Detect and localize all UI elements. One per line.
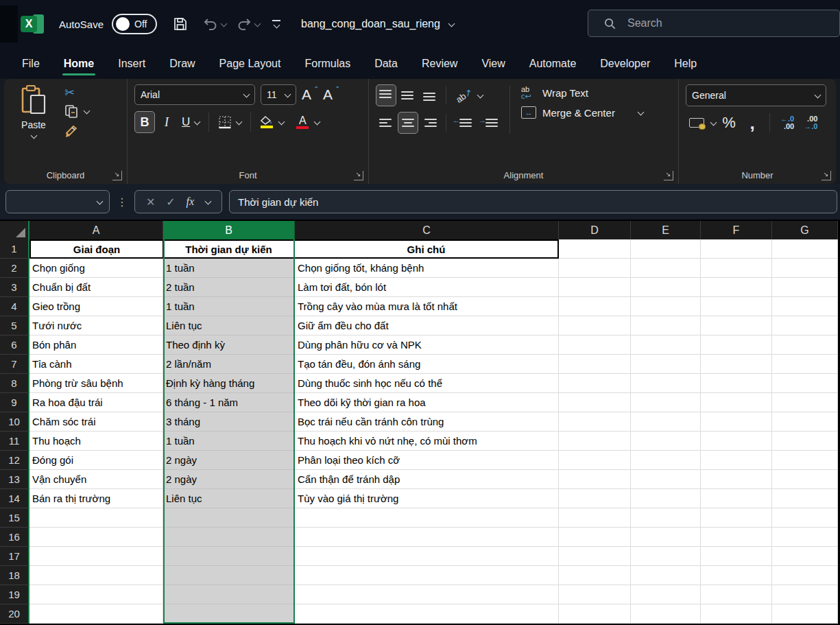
cell-B6[interactable]: Theo định kỳ: [163, 335, 295, 355]
cell-G5[interactable]: [772, 316, 838, 335]
wrap-text-button[interactable]: ab c↩ Wrap Text: [521, 86, 643, 99]
increase-indent-button[interactable]: →: [478, 112, 503, 134]
row-header-4[interactable]: 4: [0, 297, 29, 316]
tab-file[interactable]: File: [21, 55, 41, 73]
formula-enter-button[interactable]: ✓: [166, 196, 175, 209]
cell-C3[interactable]: Làm tơi đất, bón lót: [295, 278, 559, 297]
column-header-B[interactable]: B: [163, 221, 295, 239]
cell-F12[interactable]: [701, 451, 772, 470]
undo-button[interactable]: [202, 16, 226, 32]
cell-C18[interactable]: [295, 566, 559, 585]
cell-G3[interactable]: [772, 278, 838, 297]
cell-E5[interactable]: [631, 316, 701, 335]
accounting-dropdown-icon[interactable]: [710, 120, 716, 126]
accounting-format-button[interactable]: [686, 112, 708, 134]
tab-insert[interactable]: Insert: [117, 55, 147, 73]
cell-E19[interactable]: [631, 585, 701, 604]
cell-G1[interactable]: [772, 239, 838, 259]
cell-C6[interactable]: Dùng phân hữu cơ và NPK: [295, 335, 559, 355]
paste-dropdown-icon[interactable]: [31, 133, 36, 139]
row-header-18[interactable]: 18: [0, 566, 29, 585]
cell-E16[interactable]: [631, 528, 701, 547]
row-header-17[interactable]: 17: [0, 547, 29, 566]
row-header-6[interactable]: 6: [0, 335, 29, 355]
cell-D14[interactable]: [559, 489, 631, 508]
cell-B5[interactable]: Liên tục: [163, 316, 295, 335]
cell-A8[interactable]: Phòng trừ sâu bệnh: [29, 374, 163, 393]
cell-D9[interactable]: [559, 393, 631, 412]
cell-D5[interactable]: [559, 316, 631, 335]
row-header-2[interactable]: 2: [0, 259, 29, 278]
cell-E10[interactable]: [631, 412, 701, 432]
alignment-dialog-launcher[interactable]: ↘: [664, 171, 673, 180]
cell-B1[interactable]: Thời gian dự kiến: [163, 239, 295, 259]
font-name-select[interactable]: Arial: [134, 84, 255, 105]
align-bottom-button[interactable]: [420, 84, 440, 106]
cell-G4[interactable]: [772, 297, 838, 316]
increase-decimal-button[interactable]: ←.0 .00: [777, 112, 797, 134]
row-header-20[interactable]: 20: [0, 604, 29, 624]
cell-B3[interactable]: 2 tuần: [163, 278, 295, 297]
cell-G8[interactable]: [772, 374, 838, 393]
comma-style-button[interactable]: ,: [742, 112, 763, 134]
cell-F20[interactable]: [701, 604, 772, 624]
cell-A9[interactable]: Ra hoa đậu trái: [29, 393, 163, 412]
cell-D13[interactable]: [559, 470, 631, 489]
cell-A1[interactable]: Giai đoạn: [29, 239, 163, 259]
cell-B13[interactable]: 2 ngày: [163, 470, 295, 489]
cell-C8[interactable]: Dùng thuốc sinh học nếu có thể: [295, 374, 559, 393]
cell-C13[interactable]: Cẩn thận để tránh dập: [295, 470, 559, 489]
merge-center-dropdown-icon[interactable]: [638, 110, 643, 115]
cell-C1[interactable]: Ghi chú: [295, 239, 559, 259]
column-header-F[interactable]: F: [701, 221, 772, 239]
cell-F7[interactable]: [701, 355, 772, 374]
cell-F15[interactable]: [701, 508, 772, 528]
cell-D20[interactable]: [559, 604, 631, 624]
cell-F19[interactable]: [701, 585, 772, 604]
borders-dropdown-icon[interactable]: [236, 119, 241, 125]
cell-D19[interactable]: [559, 585, 631, 604]
cell-F11[interactable]: [701, 432, 772, 451]
cell-E7[interactable]: [631, 355, 701, 374]
cell-E11[interactable]: [631, 432, 701, 451]
cell-D17[interactable]: [559, 547, 631, 566]
tab-help[interactable]: Help: [673, 55, 698, 73]
cell-D16[interactable]: [559, 528, 631, 547]
formula-input[interactable]: Thời gian dự kiến: [229, 190, 837, 213]
column-header-C[interactable]: C: [295, 221, 559, 239]
cell-G6[interactable]: [772, 335, 838, 355]
cell-B15[interactable]: [163, 508, 295, 528]
save-button[interactable]: [172, 16, 189, 32]
column-header-G[interactable]: G: [772, 221, 838, 239]
cell-A11[interactable]: Thu hoạch: [29, 432, 163, 451]
tab-view[interactable]: View: [480, 55, 506, 73]
cell-E8[interactable]: [631, 374, 701, 393]
font-size-select[interactable]: 11: [261, 84, 296, 105]
cell-D18[interactable]: [559, 566, 631, 585]
cell-D7[interactable]: [559, 355, 631, 374]
row-header-14[interactable]: 14: [0, 489, 29, 508]
row-header-16[interactable]: 16: [0, 528, 29, 547]
cell-A15[interactable]: [29, 508, 163, 528]
shrink-font-button[interactable]: Aˇ: [323, 86, 339, 103]
cell-E9[interactable]: [631, 393, 701, 412]
cell-E20[interactable]: [631, 604, 701, 624]
cell-C7[interactable]: Tạo tán đều, đón ánh sáng: [295, 355, 559, 374]
align-right-button[interactable]: [420, 112, 440, 134]
excel-logo[interactable]: X: [21, 12, 44, 36]
cell-C4[interactable]: Trồng cây vào mùa mưa là tốt nhất: [295, 297, 559, 316]
cell-G12[interactable]: [772, 451, 838, 470]
cell-D11[interactable]: [559, 432, 631, 451]
cell-C2[interactable]: Chọn giống tốt, kháng bệnh: [295, 259, 559, 278]
cell-D1[interactable]: [559, 239, 631, 259]
cell-G9[interactable]: [772, 393, 838, 412]
cell-A18[interactable]: [29, 566, 163, 585]
cell-D15[interactable]: [559, 508, 631, 528]
row-header-15[interactable]: 15: [0, 508, 29, 528]
cell-A12[interactable]: Đóng gói: [29, 451, 163, 470]
align-left-button[interactable]: [376, 112, 396, 134]
cell-A16[interactable]: [29, 528, 163, 547]
row-header-1[interactable]: 1: [0, 239, 29, 259]
name-box[interactable]: [5, 190, 110, 213]
cell-G20[interactable]: [772, 604, 838, 624]
